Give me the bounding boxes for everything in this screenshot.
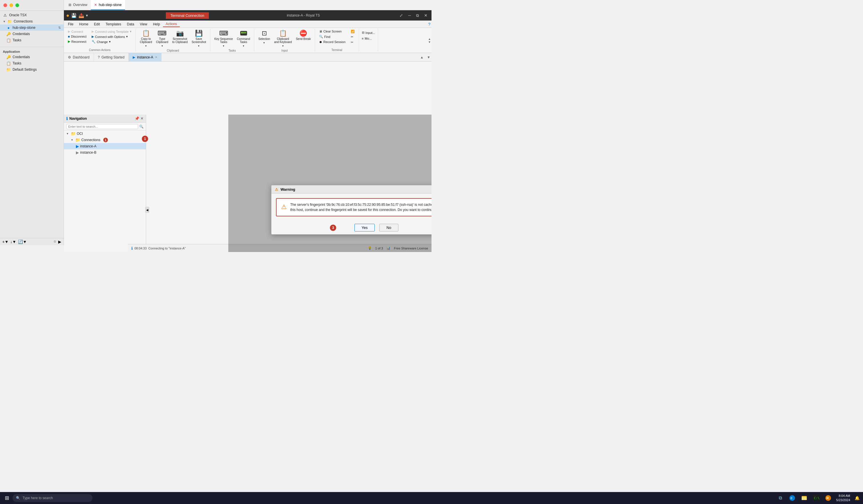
send-break-btn[interactable]: ⛔ Send Break xyxy=(294,29,312,42)
find-icon: 🔍 xyxy=(319,35,323,38)
nav-search-input[interactable] xyxy=(66,124,138,129)
menu-data[interactable]: Data xyxy=(124,22,137,27)
selection-btn[interactable]: ⊡ Selection ▾ xyxy=(257,29,272,45)
nav-panel: ℹ Navigation 📌 ✕ 🔍 ▼ 📁 OCI xyxy=(64,115,146,252)
content-tab-instance-a[interactable]: ▶ instance-A ✕ xyxy=(129,53,162,61)
menu-templates[interactable]: Templates xyxy=(103,22,124,27)
sidebar-credentials[interactable]: 🔑 Credentials xyxy=(0,31,64,37)
play-icon[interactable]: ▶ xyxy=(58,240,61,244)
copy-clipboard-btn[interactable]: 📋 Copy toClipboard ▾ xyxy=(138,29,154,49)
app-credentials-icon: 🔑 xyxy=(6,55,11,59)
connect-btn[interactable]: ▶ Connect xyxy=(66,29,88,34)
disconnect-btn[interactable]: ■ Disconnect xyxy=(66,34,88,39)
connect-options-btn[interactable]: ▶ Connect with Options ▾ xyxy=(90,34,133,39)
sidebar-tasks[interactable]: 📋 Tasks xyxy=(0,37,64,43)
nav-collapse-btn[interactable]: ◀ xyxy=(145,207,149,213)
menu-home[interactable]: Home xyxy=(76,22,91,27)
find-btn[interactable]: 🔍 Find xyxy=(317,34,347,39)
sidebar-default-settings[interactable]: 📁 Default Settings xyxy=(0,66,64,73)
instance-a-tree-label: instance-A xyxy=(80,144,97,148)
key-sequence-btn[interactable]: ⌨ Key SequenceTasks ▾ xyxy=(213,29,235,49)
clipboard-keyboard-btn[interactable]: 📋 Clipboardand Keyboard ▾ xyxy=(272,29,293,49)
mac-close-btn[interactable] xyxy=(3,3,7,7)
export-icon[interactable]: 📤 xyxy=(78,13,84,18)
sidebar-app-tasks[interactable]: 📋 Tasks xyxy=(0,60,64,66)
reconnect-btn[interactable]: ▶ Reconnect xyxy=(66,39,88,44)
expand-btn[interactable]: ⤢ xyxy=(398,13,405,18)
instance-a-tree-icon: ▶ xyxy=(76,144,79,148)
instance-a-tab-close[interactable]: ✕ xyxy=(155,55,157,59)
ribbon-common-actions: ▶ Connect ■ Disconnect ▶ Reconnect ▶ xyxy=(64,29,136,52)
save-screenshot-btn[interactable]: 💾 SaveScreenshot ▾ xyxy=(190,29,208,49)
tab-overview[interactable]: ⊞ Overview xyxy=(65,0,91,10)
chrome-restore-btn[interactable]: ⧉ xyxy=(414,13,421,18)
tabs-expand-btn[interactable]: ▼ xyxy=(426,53,432,61)
left-sidebar: ⚠ Oracle TSX ▼ 📁 Connections ● hub-step-… xyxy=(0,0,64,245)
more-btn2[interactable]: ✂ xyxy=(349,40,357,45)
tab-hub-step-stone[interactable]: ✕ hub-step-stone xyxy=(91,0,125,10)
mac-maximize-btn[interactable] xyxy=(15,3,19,7)
clear-screen-icon: 🖥 xyxy=(319,30,322,33)
menu-actions[interactable]: Actions xyxy=(163,21,180,27)
nav-search-icon: 🔍 xyxy=(139,125,143,129)
clear-screen-btn[interactable]: 🖥 Clear Screen xyxy=(317,29,347,34)
connections-tree-label: Connections xyxy=(82,138,100,142)
more-btn1[interactable]: ✂ xyxy=(349,35,357,39)
terminal-content: 🖥 Clear Screen 🔍 Find ⏺ Record Session 📶 xyxy=(317,29,357,48)
content-tab-dashboard[interactable]: ⚙ Dashboard xyxy=(64,53,94,61)
window-title: instance-A - Royal TS xyxy=(287,13,320,17)
command-tasks-btn[interactable]: 📟 CommandTasks ▾ xyxy=(235,29,252,49)
dialog-header: ⚠ Warning ✕ xyxy=(271,185,432,194)
sidebar-app-credentials[interactable]: 🔑 Credentials xyxy=(0,54,64,60)
menu-file[interactable]: File xyxy=(65,22,76,27)
record-session-btn[interactable]: ⏺ Record Session xyxy=(317,40,347,44)
selection-icon: ⊡ xyxy=(262,30,267,37)
credentials-icon: 🔑 xyxy=(6,31,11,36)
star-icon[interactable]: ☆ xyxy=(53,240,57,244)
nav-tree: ▼ 📁 OCI ▼ 📁 Connections 1 1 ▶ instance-A xyxy=(64,131,146,156)
ribbon-scroll-down[interactable]: ▼ xyxy=(428,40,431,43)
menu-edit[interactable]: Edit xyxy=(91,22,103,27)
tree-oci[interactable]: ▼ 📁 OCI xyxy=(64,131,146,137)
refresh-icon[interactable]: 🔄▼ xyxy=(18,240,27,244)
input-extra-btn[interactable]: ⊟ Input... xyxy=(360,30,377,35)
dialog-no-btn[interactable]: No xyxy=(379,224,398,232)
signal-btn[interactable]: 📶 xyxy=(349,29,357,34)
more-extra-btn[interactable]: ≡ Mo... xyxy=(360,36,377,41)
connect-template-btn[interactable]: ▶ Connect using Template ▾ xyxy=(90,29,133,34)
step3-badge: 3 xyxy=(330,225,336,231)
add-icon[interactable]: +▼ xyxy=(2,240,9,244)
save-screenshot-icon: 💾 xyxy=(195,30,203,37)
dashboard-icon: ⚙ xyxy=(68,55,71,59)
content-tabs-bar: ⚙ Dashboard ? Getting Started ▶ instance… xyxy=(64,53,432,62)
connections-chevron: ▼ xyxy=(71,139,74,141)
sidebar-oracle-tsx[interactable]: ⚠ Oracle TSX xyxy=(0,12,64,18)
sidebar-connections[interactable]: ▼ 📁 Connections xyxy=(0,18,64,25)
save-icon[interactable]: 💾 xyxy=(71,13,77,18)
ribbon-scroll-up[interactable]: ▲ xyxy=(428,37,431,40)
sidebar-hub-step-stone[interactable]: ● hub-step-stone ⇅ xyxy=(0,25,64,31)
menu-view[interactable]: View xyxy=(137,22,150,27)
down-icon[interactable]: ↓▼ xyxy=(10,240,16,244)
profile-icon: ● xyxy=(66,13,69,18)
content-tab-getting-started[interactable]: ? Getting Started xyxy=(94,53,129,61)
terminal-connection-label: Terminal Connection xyxy=(166,12,209,19)
dialog-yes-btn[interactable]: Yes xyxy=(354,224,375,232)
change-icon: 🔧 xyxy=(92,40,96,43)
tree-instance-a[interactable]: ▶ instance-A xyxy=(64,143,146,150)
dropdown-icon[interactable]: ▾ xyxy=(86,13,88,18)
mac-minimize-btn[interactable] xyxy=(10,3,13,7)
nav-pin-icon[interactable]: 📌 xyxy=(135,116,139,120)
screenshot-clipboard-btn[interactable]: 📷 Screenshotto Clipboard xyxy=(171,29,189,45)
tree-instance-b[interactable]: ▶ instance-B xyxy=(64,150,146,156)
change-btn[interactable]: 🔧 Change ▾ xyxy=(90,39,133,44)
nav-close-icon[interactable]: ✕ xyxy=(140,116,143,120)
nav-panel-title: ℹ Navigation xyxy=(66,116,87,121)
menu-help[interactable]: Help xyxy=(150,22,163,27)
chrome-minimize-btn[interactable]: ─ xyxy=(407,13,413,18)
tabs-collapse-btn[interactable]: ▲ xyxy=(418,53,426,61)
chrome-close-btn[interactable]: ✕ xyxy=(422,13,429,18)
help-icon[interactable]: ? xyxy=(428,22,430,26)
tree-connections[interactable]: ▼ 📁 Connections 1 1 xyxy=(64,137,146,143)
type-clipboard-btn[interactable]: ⌨ TypeClipboard ▾ xyxy=(154,29,170,49)
